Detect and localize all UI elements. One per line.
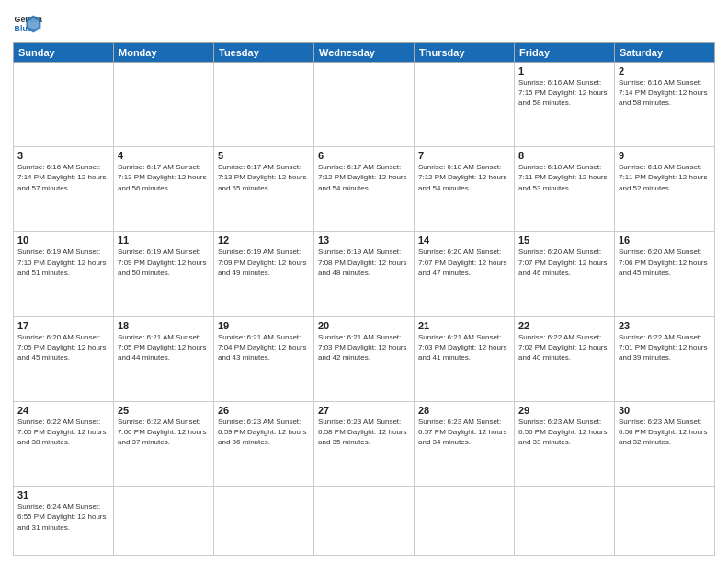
day-info: Sunrise: 6:24 AM Sunset: 6:55 PM Dayligh… [17,501,109,533]
day-number: 2 [619,65,711,76]
day-info: Sunrise: 6:20 AM Sunset: 7:05 PM Dayligh… [17,332,109,363]
day-info: Sunrise: 6:16 AM Sunset: 7:15 PM Dayligh… [518,77,610,109]
logo: General Blue [13,9,42,39]
calendar-cell [214,487,314,556]
calendar-cell [615,487,715,556]
day-number: 5 [218,150,310,161]
day-number: 14 [418,235,510,246]
calendar-cell: 23Sunrise: 6:22 AM Sunset: 7:01 PM Dayli… [615,316,715,401]
day-number: 26 [218,405,310,416]
day-number: 24 [17,405,109,416]
calendar-cell: 1Sunrise: 6:16 AM Sunset: 7:15 PM Daylig… [515,63,615,147]
day-number: 27 [318,405,410,416]
calendar-cell: 16Sunrise: 6:20 AM Sunset: 7:06 PM Dayli… [615,232,715,316]
calendar-week-3: 10Sunrise: 6:19 AM Sunset: 7:10 PM Dayli… [14,232,715,316]
day-number: 18 [118,320,210,331]
weekday-header-friday: Friday [515,43,615,63]
calendar-cell: 10Sunrise: 6:19 AM Sunset: 7:10 PM Dayli… [14,232,114,316]
calendar-cell: 31Sunrise: 6:24 AM Sunset: 6:55 PM Dayli… [14,487,114,556]
day-number: 31 [17,489,109,500]
day-number: 30 [619,405,711,416]
day-number: 16 [619,235,711,246]
day-info: Sunrise: 6:18 AM Sunset: 7:12 PM Dayligh… [418,162,510,193]
day-info: Sunrise: 6:21 AM Sunset: 7:03 PM Dayligh… [418,332,510,363]
calendar-cell: 20Sunrise: 6:21 AM Sunset: 7:03 PM Dayli… [314,316,415,401]
day-number: 6 [318,150,410,161]
logo-icon: General Blue [13,9,42,39]
day-info: Sunrise: 6:22 AM Sunset: 7:02 PM Dayligh… [518,332,610,363]
day-number: 25 [118,405,210,416]
day-number: 21 [418,320,510,331]
calendar-week-1: 1Sunrise: 6:16 AM Sunset: 7:15 PM Daylig… [14,63,715,147]
calendar-cell: 25Sunrise: 6:22 AM Sunset: 7:00 PM Dayli… [114,401,214,486]
header: General Blue [13,9,715,39]
calendar-cell: 24Sunrise: 6:22 AM Sunset: 7:00 PM Dayli… [14,401,114,486]
calendar-cell: 13Sunrise: 6:19 AM Sunset: 7:08 PM Dayli… [314,232,415,316]
calendar-cell [114,63,214,147]
weekday-header-tuesday: Tuesday [214,43,314,63]
calendar-cell: 21Sunrise: 6:21 AM Sunset: 7:03 PM Dayli… [415,316,515,401]
weekday-header-saturday: Saturday [615,43,715,63]
calendar-week-6: 31Sunrise: 6:24 AM Sunset: 6:55 PM Dayli… [14,487,715,556]
calendar-cell: 28Sunrise: 6:23 AM Sunset: 6:57 PM Dayli… [415,401,515,486]
day-info: Sunrise: 6:23 AM Sunset: 6:57 PM Dayligh… [418,417,510,448]
day-number: 28 [418,405,510,416]
calendar-cell: 8Sunrise: 6:18 AM Sunset: 7:11 PM Daylig… [515,147,615,232]
weekday-header-row: SundayMondayTuesdayWednesdayThursdayFrid… [14,43,715,63]
day-number: 23 [619,320,711,331]
calendar-week-2: 3Sunrise: 6:16 AM Sunset: 7:14 PM Daylig… [14,147,715,232]
day-info: Sunrise: 6:16 AM Sunset: 7:14 PM Dayligh… [619,77,711,109]
calendar-cell: 14Sunrise: 6:20 AM Sunset: 7:07 PM Dayli… [415,232,515,316]
calendar-cell [114,487,214,556]
calendar-cell [14,63,114,147]
calendar-cell [415,487,515,556]
day-info: Sunrise: 6:21 AM Sunset: 7:04 PM Dayligh… [218,332,310,363]
day-number: 3 [17,150,109,161]
calendar-cell: 4Sunrise: 6:17 AM Sunset: 7:13 PM Daylig… [114,147,214,232]
day-info: Sunrise: 6:21 AM Sunset: 7:03 PM Dayligh… [318,332,410,363]
calendar-cell: 5Sunrise: 6:17 AM Sunset: 7:13 PM Daylig… [214,147,314,232]
day-info: Sunrise: 6:20 AM Sunset: 7:06 PM Dayligh… [619,247,711,278]
day-info: Sunrise: 6:18 AM Sunset: 7:11 PM Dayligh… [518,162,610,193]
day-info: Sunrise: 6:19 AM Sunset: 7:09 PM Dayligh… [218,247,310,278]
calendar-week-5: 24Sunrise: 6:22 AM Sunset: 7:00 PM Dayli… [14,401,715,486]
calendar: SundayMondayTuesdayWednesdayThursdayFrid… [13,42,715,556]
day-info: Sunrise: 6:23 AM Sunset: 6:56 PM Dayligh… [518,417,610,448]
calendar-cell: 7Sunrise: 6:18 AM Sunset: 7:12 PM Daylig… [415,147,515,232]
calendar-cell [314,63,415,147]
day-number: 22 [518,320,610,331]
day-number: 20 [318,320,410,331]
calendar-cell [314,487,415,556]
weekday-header-wednesday: Wednesday [314,43,415,63]
day-info: Sunrise: 6:19 AM Sunset: 7:08 PM Dayligh… [318,247,410,278]
day-info: Sunrise: 6:19 AM Sunset: 7:10 PM Dayligh… [17,247,109,278]
day-info: Sunrise: 6:16 AM Sunset: 7:14 PM Dayligh… [17,162,109,193]
calendar-cell: 26Sunrise: 6:23 AM Sunset: 6:59 PM Dayli… [214,401,314,486]
calendar-cell: 30Sunrise: 6:23 AM Sunset: 6:56 PM Dayli… [615,401,715,486]
day-number: 29 [518,405,610,416]
calendar-week-4: 17Sunrise: 6:20 AM Sunset: 7:05 PM Dayli… [14,316,715,401]
calendar-cell: 2Sunrise: 6:16 AM Sunset: 7:14 PM Daylig… [615,63,715,147]
calendar-cell: 9Sunrise: 6:18 AM Sunset: 7:11 PM Daylig… [615,147,715,232]
day-number: 1 [518,65,610,76]
weekday-header-thursday: Thursday [415,43,515,63]
page: General Blue SundayMondayTuesdayWednesda… [0,0,728,563]
day-info: Sunrise: 6:17 AM Sunset: 7:12 PM Dayligh… [318,162,410,193]
calendar-cell: 27Sunrise: 6:23 AM Sunset: 6:58 PM Dayli… [314,401,415,486]
weekday-header-sunday: Sunday [14,43,114,63]
day-number: 12 [218,235,310,246]
day-info: Sunrise: 6:20 AM Sunset: 7:07 PM Dayligh… [418,247,510,278]
day-info: Sunrise: 6:22 AM Sunset: 7:01 PM Dayligh… [619,332,711,363]
day-number: 7 [418,150,510,161]
day-info: Sunrise: 6:23 AM Sunset: 6:59 PM Dayligh… [218,417,310,448]
day-number: 13 [318,235,410,246]
calendar-cell: 6Sunrise: 6:17 AM Sunset: 7:12 PM Daylig… [314,147,415,232]
day-info: Sunrise: 6:17 AM Sunset: 7:13 PM Dayligh… [118,162,210,193]
day-info: Sunrise: 6:19 AM Sunset: 7:09 PM Dayligh… [118,247,210,278]
calendar-cell: 3Sunrise: 6:16 AM Sunset: 7:14 PM Daylig… [14,147,114,232]
day-info: Sunrise: 6:22 AM Sunset: 7:00 PM Dayligh… [118,417,210,448]
day-info: Sunrise: 6:23 AM Sunset: 6:58 PM Dayligh… [318,417,410,448]
weekday-header-monday: Monday [114,43,214,63]
day-number: 10 [17,235,109,246]
day-info: Sunrise: 6:20 AM Sunset: 7:07 PM Dayligh… [518,247,610,278]
